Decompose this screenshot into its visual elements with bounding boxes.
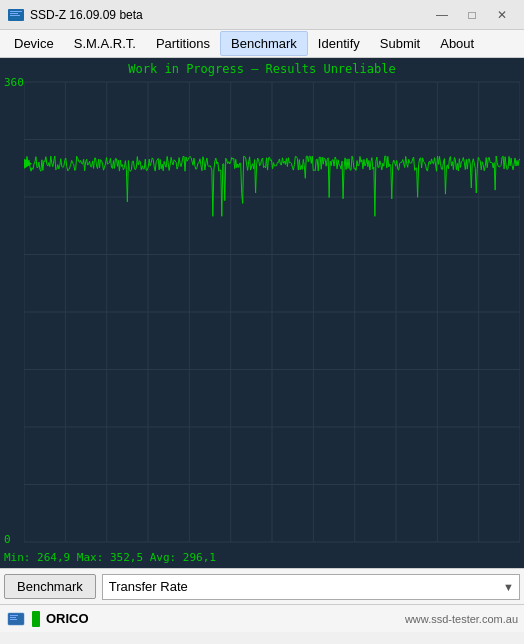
svg-rect-29 — [10, 615, 18, 616]
chart-type-dropdown[interactable]: Transfer RateIOPSLatency — [102, 574, 520, 600]
y-axis-bottom-label: 0 — [4, 533, 11, 546]
ssd-status-indicator — [32, 611, 40, 627]
title-bar: SSD-Z 16.09.09 beta — □ ✕ — [0, 0, 524, 30]
menu-item-partitions[interactable]: Partitions — [146, 32, 220, 55]
title-controls: — □ ✕ — [428, 5, 516, 25]
menu-item-about[interactable]: About — [430, 32, 484, 55]
menu-item-identify[interactable]: Identify — [308, 32, 370, 55]
svg-rect-3 — [10, 15, 20, 16]
close-button[interactable]: ✕ — [488, 5, 516, 25]
minimize-button[interactable]: — — [428, 5, 456, 25]
dropdown-wrapper: Transfer RateIOPSLatency ▼ — [102, 574, 520, 600]
app-icon — [8, 7, 24, 23]
title-bar-left: SSD-Z 16.09.09 beta — [8, 7, 143, 23]
menu-bar: DeviceS.M.A.R.T.PartitionsBenchmarkIdent… — [0, 30, 524, 58]
chart-svg — [24, 74, 520, 550]
benchmark-button[interactable]: Benchmark — [4, 574, 96, 599]
window-title: SSD-Z 16.09.09 beta — [30, 8, 143, 22]
menu-item-smart[interactable]: S.M.A.R.T. — [64, 32, 146, 55]
menu-item-submit[interactable]: Submit — [370, 32, 430, 55]
device-name: ORICO — [46, 611, 89, 626]
chart-stats: Min: 264,9 Max: 352,5 Avg: 296,1 — [4, 551, 216, 564]
status-bar: ORICO www.ssd-tester.com.au — [0, 604, 524, 632]
menu-item-benchmark[interactable]: Benchmark — [220, 31, 308, 56]
svg-rect-31 — [10, 619, 17, 620]
y-axis-top-label: 360 — [4, 76, 24, 89]
chart-container: Work in Progress – Results Unreliable 36… — [0, 58, 524, 568]
maximize-button[interactable]: □ — [458, 5, 486, 25]
svg-rect-1 — [10, 11, 22, 12]
bottom-toolbar: Benchmark Transfer RateIOPSLatency ▼ — [0, 568, 524, 604]
svg-rect-2 — [10, 13, 18, 14]
website-url: www.ssd-tester.com.au — [405, 613, 518, 625]
menu-item-device[interactable]: Device — [4, 32, 64, 55]
status-icon — [6, 609, 26, 629]
svg-rect-30 — [10, 617, 16, 618]
